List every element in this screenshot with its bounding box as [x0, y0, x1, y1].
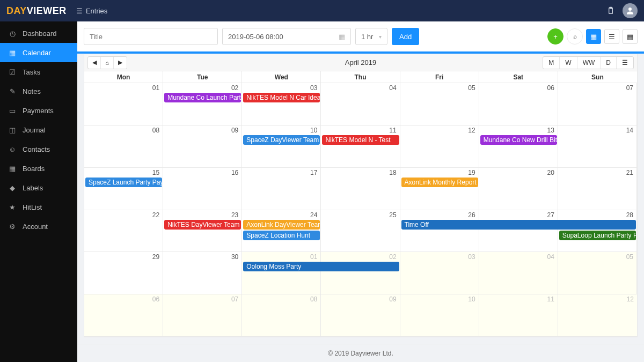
event[interactable]: SpaceZ Location Hunt	[243, 231, 320, 240]
nav-contacts[interactable]: ☺Contacts	[0, 139, 77, 159]
day-cell[interactable]: 19	[400, 168, 479, 210]
date-input[interactable]: 2019-05-06 08:00▦	[222, 28, 351, 45]
clipboard-icon[interactable]	[603, 3, 618, 18]
avatar[interactable]	[623, 3, 638, 18]
day-cell[interactable]: 02	[321, 252, 400, 294]
new-button[interactable]: +	[547, 28, 564, 45]
view-agenda[interactable]: ☰	[617, 57, 633, 69]
day-cell[interactable]: 16	[163, 168, 242, 210]
day-cell[interactable]: 08	[84, 125, 163, 167]
event[interactable]: Oolong Moss Party	[243, 262, 399, 271]
next-button[interactable]: ▶	[114, 57, 127, 69]
event[interactable]: SpaceZ Launch Party Paym…	[85, 178, 162, 187]
view-list-toggle[interactable]: ☰	[604, 29, 619, 44]
day-cell[interactable]: 23	[163, 210, 242, 252]
day-cell[interactable]: 13	[479, 125, 558, 167]
nav-boards[interactable]: ▦Boards	[0, 159, 77, 178]
nav-payments[interactable]: ▭Payments	[0, 101, 77, 120]
day-cell[interactable]: 22	[84, 210, 163, 252]
calendar-icon: ▦	[339, 33, 345, 41]
nav-dashboard[interactable]: ◷Dashboard	[0, 24, 77, 43]
day-cell[interactable]: 30	[163, 252, 242, 294]
event[interactable]: AxonLink DayViewer Team …	[243, 220, 320, 230]
day-cell[interactable]: 29	[84, 252, 163, 294]
event[interactable]: Mundane Co New Drill Bit	[480, 135, 557, 145]
day-cell[interactable]: 07	[558, 83, 637, 125]
day-cell[interactable]: 09	[321, 294, 400, 336]
add-button[interactable]: Add	[392, 28, 419, 45]
entries-menu[interactable]: ☰ Entries	[76, 7, 107, 15]
nav-hitlist[interactable]: ★HitList	[0, 197, 77, 217]
topbar: DAYVIEWER ☰ Entries	[0, 0, 644, 21]
nav-account[interactable]: ⚙Account	[0, 217, 77, 236]
day-cell[interactable]: 21	[558, 168, 637, 210]
calendar-grid: 01020304050607Mundane Co Launch Party …N…	[84, 83, 637, 337]
day-cell[interactable]: 03	[400, 252, 479, 294]
title-input[interactable]	[84, 28, 218, 45]
day-cell[interactable]: 26	[400, 210, 479, 252]
event[interactable]: NikTES Model N - Test	[322, 135, 399, 145]
event[interactable]: Time Off	[401, 220, 636, 230]
day-cell[interactable]: 27	[479, 210, 558, 252]
day-number: 01	[152, 84, 159, 92]
search-icon: ⌕	[573, 33, 577, 40]
prev-button[interactable]: ◀	[88, 57, 101, 69]
day-cell[interactable]: 05	[558, 252, 637, 294]
day-cell[interactable]: 06	[479, 83, 558, 125]
day-cell[interactable]: 04	[321, 83, 400, 125]
entries-label: Entries	[86, 7, 107, 15]
day-cell[interactable]: 11	[321, 125, 400, 167]
day-cell[interactable]: 17	[242, 168, 321, 210]
view-week[interactable]: W	[560, 57, 577, 69]
day-cell[interactable]: 14	[558, 125, 637, 167]
day-cell[interactable]: 01	[242, 252, 321, 294]
day-cell[interactable]: 09	[163, 125, 242, 167]
day-cell[interactable]: 20	[479, 168, 558, 210]
nav-label: Notes	[23, 87, 41, 95]
day-cell[interactable]: 01	[84, 83, 163, 125]
view-day[interactable]: D	[601, 57, 617, 69]
day-cell[interactable]: 12	[400, 125, 479, 167]
nav-journal[interactable]: ◫Journal	[0, 120, 77, 139]
day-cell[interactable]: 02	[163, 83, 242, 125]
day-cell[interactable]: 08	[242, 294, 321, 336]
day-cell[interactable]: 06	[84, 294, 163, 336]
day-cell[interactable]: 07	[163, 294, 242, 336]
event[interactable]: AxonLink Monthly Report	[401, 178, 478, 187]
view-workweek[interactable]: WW	[577, 57, 601, 69]
event[interactable]: SupaLoop Launch Party Pa…	[559, 231, 636, 240]
logo: DAYVIEWER	[6, 5, 67, 17]
day-cell[interactable]: 18	[321, 168, 400, 210]
week-row: 01020304050607Mundane Co Launch Party …N…	[84, 83, 637, 125]
dow-header: Thu	[321, 71, 400, 83]
day-cell[interactable]: 10	[242, 125, 321, 167]
day-cell[interactable]: 25	[321, 210, 400, 252]
week-row: 06070809101112	[84, 294, 637, 337]
view-month[interactable]: M	[543, 57, 560, 69]
search-button[interactable]: ⌕	[567, 28, 583, 45]
event[interactable]: NikTES Model N Car Ideas	[243, 93, 320, 102]
day-cell[interactable]: 10	[400, 294, 479, 336]
nav-notes[interactable]: ✎Notes	[0, 82, 77, 101]
day-cell[interactable]: 15	[84, 168, 163, 210]
day-number: 07	[231, 295, 238, 303]
nav-labels[interactable]: ◆Labels	[0, 178, 77, 197]
day-number: 19	[468, 169, 475, 176]
today-button[interactable]: ⌂	[101, 57, 114, 69]
day-cell[interactable]: 11	[479, 294, 558, 336]
duration-select[interactable]: 1 hr▾	[355, 28, 387, 45]
nav-calendar[interactable]: ▦Calendar	[0, 43, 77, 62]
day-cell[interactable]: 03	[242, 83, 321, 125]
day-cell[interactable]: 05	[400, 83, 479, 125]
view-calendar-toggle[interactable]: ▦	[586, 29, 601, 44]
day-number: 10	[468, 295, 475, 303]
event[interactable]: Mundane Co Launch Party …	[164, 93, 241, 102]
event[interactable]: SpaceZ DayViewer Team Ro…	[243, 135, 320, 145]
event[interactable]: NikTES DayViewer Team Room	[164, 220, 241, 230]
day-cell[interactable]: 12	[558, 294, 637, 336]
day-cell[interactable]: 04	[479, 252, 558, 294]
calendar-nav: ◀ ⌂ ▶	[87, 56, 127, 69]
view-grid-toggle[interactable]: ▦	[623, 29, 638, 44]
day-number: 04	[389, 84, 396, 92]
nav-tasks[interactable]: ☑Tasks	[0, 62, 77, 82]
